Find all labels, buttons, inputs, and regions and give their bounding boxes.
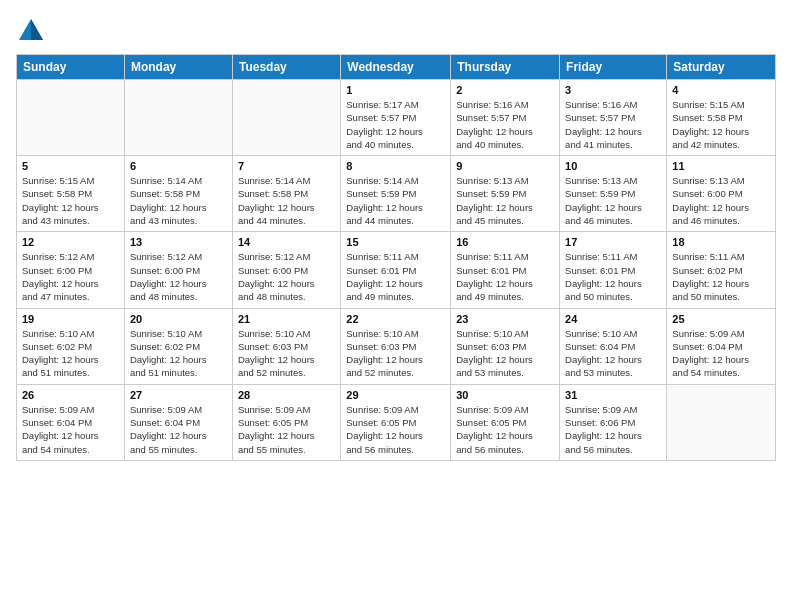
cell-info: Sunrise: 5:14 AM Sunset: 5:59 PM Dayligh… xyxy=(346,174,445,227)
day-number: 29 xyxy=(346,389,445,401)
calendar-cell: 8Sunrise: 5:14 AM Sunset: 5:59 PM Daylig… xyxy=(341,156,451,232)
calendar-cell xyxy=(667,384,776,460)
day-number: 11 xyxy=(672,160,770,172)
calendar-cell: 6Sunrise: 5:14 AM Sunset: 5:58 PM Daylig… xyxy=(124,156,232,232)
weekday-header: Saturday xyxy=(667,55,776,80)
logo xyxy=(16,16,50,46)
calendar-cell xyxy=(232,80,340,156)
calendar-table: SundayMondayTuesdayWednesdayThursdayFrid… xyxy=(16,54,776,461)
day-number: 4 xyxy=(672,84,770,96)
day-number: 16 xyxy=(456,236,554,248)
calendar-cell: 12Sunrise: 5:12 AM Sunset: 6:00 PM Dayli… xyxy=(17,232,125,308)
weekday-header: Sunday xyxy=(17,55,125,80)
cell-info: Sunrise: 5:11 AM Sunset: 6:01 PM Dayligh… xyxy=(565,250,661,303)
cell-info: Sunrise: 5:10 AM Sunset: 6:04 PM Dayligh… xyxy=(565,327,661,380)
cell-info: Sunrise: 5:10 AM Sunset: 6:03 PM Dayligh… xyxy=(456,327,554,380)
day-number: 10 xyxy=(565,160,661,172)
calendar-cell: 18Sunrise: 5:11 AM Sunset: 6:02 PM Dayli… xyxy=(667,232,776,308)
cell-info: Sunrise: 5:12 AM Sunset: 6:00 PM Dayligh… xyxy=(22,250,119,303)
weekday-header: Thursday xyxy=(451,55,560,80)
cell-info: Sunrise: 5:09 AM Sunset: 6:05 PM Dayligh… xyxy=(456,403,554,456)
cell-info: Sunrise: 5:10 AM Sunset: 6:03 PM Dayligh… xyxy=(346,327,445,380)
calendar-cell: 28Sunrise: 5:09 AM Sunset: 6:05 PM Dayli… xyxy=(232,384,340,460)
cell-info: Sunrise: 5:16 AM Sunset: 5:57 PM Dayligh… xyxy=(456,98,554,151)
day-number: 8 xyxy=(346,160,445,172)
calendar-cell: 25Sunrise: 5:09 AM Sunset: 6:04 PM Dayli… xyxy=(667,308,776,384)
day-number: 23 xyxy=(456,313,554,325)
calendar-cell: 15Sunrise: 5:11 AM Sunset: 6:01 PM Dayli… xyxy=(341,232,451,308)
day-number: 21 xyxy=(238,313,335,325)
cell-info: Sunrise: 5:17 AM Sunset: 5:57 PM Dayligh… xyxy=(346,98,445,151)
calendar-cell: 26Sunrise: 5:09 AM Sunset: 6:04 PM Dayli… xyxy=(17,384,125,460)
day-number: 30 xyxy=(456,389,554,401)
cell-info: Sunrise: 5:10 AM Sunset: 6:03 PM Dayligh… xyxy=(238,327,335,380)
weekday-header: Monday xyxy=(124,55,232,80)
calendar-cell: 5Sunrise: 5:15 AM Sunset: 5:58 PM Daylig… xyxy=(17,156,125,232)
calendar-cell: 9Sunrise: 5:13 AM Sunset: 5:59 PM Daylig… xyxy=(451,156,560,232)
day-number: 2 xyxy=(456,84,554,96)
day-number: 22 xyxy=(346,313,445,325)
calendar-cell: 20Sunrise: 5:10 AM Sunset: 6:02 PM Dayli… xyxy=(124,308,232,384)
day-number: 26 xyxy=(22,389,119,401)
cell-info: Sunrise: 5:12 AM Sunset: 6:00 PM Dayligh… xyxy=(130,250,227,303)
cell-info: Sunrise: 5:15 AM Sunset: 5:58 PM Dayligh… xyxy=(672,98,770,151)
calendar-cell: 17Sunrise: 5:11 AM Sunset: 6:01 PM Dayli… xyxy=(560,232,667,308)
day-number: 17 xyxy=(565,236,661,248)
calendar-cell: 27Sunrise: 5:09 AM Sunset: 6:04 PM Dayli… xyxy=(124,384,232,460)
calendar-cell xyxy=(124,80,232,156)
cell-info: Sunrise: 5:10 AM Sunset: 6:02 PM Dayligh… xyxy=(130,327,227,380)
calendar-week-row: 5Sunrise: 5:15 AM Sunset: 5:58 PM Daylig… xyxy=(17,156,776,232)
calendar-cell: 24Sunrise: 5:10 AM Sunset: 6:04 PM Dayli… xyxy=(560,308,667,384)
day-number: 12 xyxy=(22,236,119,248)
cell-info: Sunrise: 5:12 AM Sunset: 6:00 PM Dayligh… xyxy=(238,250,335,303)
day-number: 27 xyxy=(130,389,227,401)
day-number: 7 xyxy=(238,160,335,172)
calendar-cell: 13Sunrise: 5:12 AM Sunset: 6:00 PM Dayli… xyxy=(124,232,232,308)
calendar-cell: 14Sunrise: 5:12 AM Sunset: 6:00 PM Dayli… xyxy=(232,232,340,308)
day-number: 25 xyxy=(672,313,770,325)
page-header xyxy=(16,16,776,46)
calendar-cell: 22Sunrise: 5:10 AM Sunset: 6:03 PM Dayli… xyxy=(341,308,451,384)
cell-info: Sunrise: 5:09 AM Sunset: 6:04 PM Dayligh… xyxy=(22,403,119,456)
calendar-cell: 2Sunrise: 5:16 AM Sunset: 5:57 PM Daylig… xyxy=(451,80,560,156)
cell-info: Sunrise: 5:13 AM Sunset: 5:59 PM Dayligh… xyxy=(565,174,661,227)
day-number: 3 xyxy=(565,84,661,96)
calendar-cell: 10Sunrise: 5:13 AM Sunset: 5:59 PM Dayli… xyxy=(560,156,667,232)
calendar-cell: 3Sunrise: 5:16 AM Sunset: 5:57 PM Daylig… xyxy=(560,80,667,156)
cell-info: Sunrise: 5:09 AM Sunset: 6:05 PM Dayligh… xyxy=(346,403,445,456)
calendar-header-row: SundayMondayTuesdayWednesdayThursdayFrid… xyxy=(17,55,776,80)
calendar-cell xyxy=(17,80,125,156)
cell-info: Sunrise: 5:13 AM Sunset: 6:00 PM Dayligh… xyxy=(672,174,770,227)
day-number: 15 xyxy=(346,236,445,248)
day-number: 1 xyxy=(346,84,445,96)
day-number: 19 xyxy=(22,313,119,325)
calendar-cell: 4Sunrise: 5:15 AM Sunset: 5:58 PM Daylig… xyxy=(667,80,776,156)
day-number: 14 xyxy=(238,236,335,248)
day-number: 13 xyxy=(130,236,227,248)
calendar-cell: 23Sunrise: 5:10 AM Sunset: 6:03 PM Dayli… xyxy=(451,308,560,384)
cell-info: Sunrise: 5:14 AM Sunset: 5:58 PM Dayligh… xyxy=(238,174,335,227)
calendar-cell: 31Sunrise: 5:09 AM Sunset: 6:06 PM Dayli… xyxy=(560,384,667,460)
weekday-header: Tuesday xyxy=(232,55,340,80)
calendar-week-row: 12Sunrise: 5:12 AM Sunset: 6:00 PM Dayli… xyxy=(17,232,776,308)
cell-info: Sunrise: 5:14 AM Sunset: 5:58 PM Dayligh… xyxy=(130,174,227,227)
calendar-week-row: 19Sunrise: 5:10 AM Sunset: 6:02 PM Dayli… xyxy=(17,308,776,384)
calendar-cell: 7Sunrise: 5:14 AM Sunset: 5:58 PM Daylig… xyxy=(232,156,340,232)
calendar-week-row: 1Sunrise: 5:17 AM Sunset: 5:57 PM Daylig… xyxy=(17,80,776,156)
day-number: 20 xyxy=(130,313,227,325)
logo-icon xyxy=(16,16,46,46)
calendar-cell: 30Sunrise: 5:09 AM Sunset: 6:05 PM Dayli… xyxy=(451,384,560,460)
weekday-header: Friday xyxy=(560,55,667,80)
cell-info: Sunrise: 5:11 AM Sunset: 6:01 PM Dayligh… xyxy=(346,250,445,303)
cell-info: Sunrise: 5:10 AM Sunset: 6:02 PM Dayligh… xyxy=(22,327,119,380)
cell-info: Sunrise: 5:09 AM Sunset: 6:05 PM Dayligh… xyxy=(238,403,335,456)
day-number: 31 xyxy=(565,389,661,401)
calendar-cell: 16Sunrise: 5:11 AM Sunset: 6:01 PM Dayli… xyxy=(451,232,560,308)
weekday-header: Wednesday xyxy=(341,55,451,80)
cell-info: Sunrise: 5:11 AM Sunset: 6:02 PM Dayligh… xyxy=(672,250,770,303)
calendar-cell: 19Sunrise: 5:10 AM Sunset: 6:02 PM Dayli… xyxy=(17,308,125,384)
cell-info: Sunrise: 5:11 AM Sunset: 6:01 PM Dayligh… xyxy=(456,250,554,303)
cell-info: Sunrise: 5:09 AM Sunset: 6:04 PM Dayligh… xyxy=(130,403,227,456)
cell-info: Sunrise: 5:15 AM Sunset: 5:58 PM Dayligh… xyxy=(22,174,119,227)
day-number: 5 xyxy=(22,160,119,172)
